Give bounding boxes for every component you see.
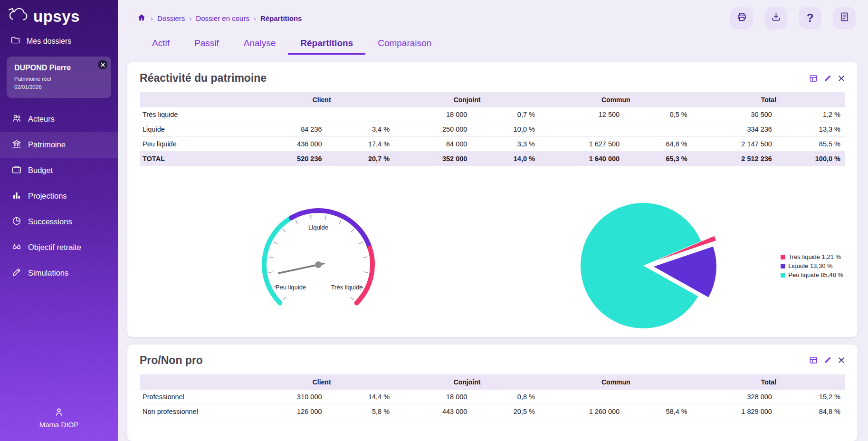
close-icon[interactable]: [838, 75, 845, 82]
download-button[interactable]: [764, 7, 787, 29]
cell: 2 512 236: [692, 152, 777, 166]
sidebar-item-simulations[interactable]: Simulations: [0, 260, 118, 286]
sidebar-item-label: Acteurs: [28, 115, 55, 124]
cell: 310 000: [249, 390, 326, 404]
table-view-icon[interactable]: [809, 356, 818, 364]
legend-swatch: [781, 273, 785, 278]
close-icon[interactable]: [98, 60, 107, 69]
gauge-label-peu-liquide: Peu liquide: [276, 284, 306, 291]
row-label: TOTAL: [140, 152, 249, 166]
folder-icon: [10, 35, 20, 47]
cell: 126 000: [249, 404, 326, 419]
tab-repartitions[interactable]: Répartitions: [288, 32, 365, 55]
breadcrumb-dossiers[interactable]: Dossiers: [157, 14, 185, 22]
document-list-icon: [839, 11, 850, 25]
sidebar-user[interactable]: Mama DIOP: [0, 397, 118, 441]
cell: 20,5 %: [472, 404, 540, 419]
card-title: Réactivité du patrimoine: [140, 72, 267, 85]
print-button[interactable]: [730, 7, 753, 29]
cell: [540, 390, 624, 404]
cell: 58,4 %: [624, 404, 692, 419]
cell: 3,4 %: [327, 122, 395, 137]
cell: 5,8 %: [327, 404, 395, 419]
tab-comparaison[interactable]: Comparaison: [365, 32, 444, 55]
tab-actif[interactable]: Actif: [140, 32, 182, 55]
col-header-client: Client: [249, 92, 394, 107]
row-label: Professionnel: [140, 390, 249, 404]
cell: 15,2 %: [777, 390, 845, 404]
card-pro-non-pro: Pro/Non pro: [127, 345, 858, 441]
cell: 30 500: [692, 107, 777, 122]
breadcrumb-separator: ›: [254, 14, 256, 22]
cell: 436 000: [249, 137, 326, 152]
dossier-name: DUPOND Pierre: [14, 64, 104, 72]
close-icon[interactable]: [838, 356, 845, 364]
cell: 443 000: [394, 404, 472, 419]
sidebar-item-projections[interactable]: Projections: [0, 183, 118, 209]
col-header-total: Total: [692, 374, 845, 390]
tab-passif[interactable]: Passif: [182, 32, 231, 55]
cell: 13,3 %: [777, 122, 845, 137]
home-icon[interactable]: [137, 13, 146, 24]
cell: 1 640 000: [540, 152, 624, 166]
topbar: › Dossiers › Dossier en cours › Répartit…: [118, 0, 868, 31]
liquidity-pie-chart: [573, 194, 725, 339]
breadcrumb: › Dossiers › Dossier en cours › Répartit…: [137, 13, 302, 24]
corner-header: [140, 92, 249, 107]
cell: 0,5 %: [624, 107, 692, 122]
download-icon: [771, 11, 782, 25]
logo: upsys: [0, 0, 118, 30]
main-content: › Dossiers › Dossier en cours › Répartit…: [118, 0, 868, 441]
tab-analyse[interactable]: Analyse: [231, 32, 288, 55]
col-header-commun: Commun: [540, 92, 692, 107]
row-label: Non professionnel: [140, 404, 249, 419]
cell: 64,8 %: [624, 137, 692, 152]
col-header-conjoint: Conjoint: [394, 374, 540, 390]
dossier-date: 02/01/2026: [14, 83, 104, 91]
sidebar-item-label: Simulations: [28, 268, 68, 278]
sidebar-item-mes-dossiers[interactable]: Mes dossiers: [0, 30, 118, 52]
breadcrumb-dossier-en-cours[interactable]: Dossier en cours: [196, 14, 249, 22]
edit-pencil-icon[interactable]: [823, 356, 832, 364]
question-mark-icon: ?: [807, 11, 814, 25]
report-button[interactable]: [833, 7, 856, 29]
sidebar-item-acteurs[interactable]: Acteurs: [0, 106, 118, 132]
gauge-label-tres-liquide: Très liquide: [331, 284, 363, 291]
help-button[interactable]: ?: [799, 7, 821, 29]
sidebar-item-successions[interactable]: Successions: [0, 209, 118, 235]
sidebar-item-budget[interactable]: Budget: [0, 158, 118, 183]
tab-bar: Actif Passif Analyse Répartitions Compar…: [140, 32, 868, 55]
edit-pencil-icon[interactable]: [823, 74, 832, 83]
dossier-card[interactable]: DUPOND Pierre Patrimoine réel 02/01/2026: [7, 57, 111, 98]
cell: 328 000: [692, 390, 777, 404]
card-header: Pro/Non pro: [140, 354, 845, 367]
cell: 0,7 %: [472, 107, 540, 122]
cell: [540, 122, 624, 137]
col-header-commun: Commun: [540, 374, 692, 390]
cell: 2 147 500: [692, 137, 777, 152]
row-label: Très liquide: [140, 107, 249, 122]
cell: 84 000: [394, 137, 472, 152]
cell: 85,5 %: [777, 137, 845, 152]
legend-label: Liquide 13,30 %: [788, 262, 832, 269]
sidebar-item-patrimoine[interactable]: Patrimoine: [0, 132, 118, 158]
person-icon: [54, 407, 64, 419]
sidebar-item-objectif-retraite[interactable]: Objectif retraite: [0, 235, 118, 260]
row-label: Liquide: [140, 122, 249, 137]
cell: 0,8 %: [472, 390, 540, 404]
cell: 250 000: [394, 122, 472, 137]
table-view-icon[interactable]: [809, 74, 818, 83]
gauge-label-liquide: Liquide: [308, 224, 328, 231]
legend-swatch: [781, 264, 785, 268]
table-row: Professionnel 310 000 14,4 % 18 000 0,8 …: [140, 390, 845, 404]
sidebar-item-label: Projections: [28, 192, 67, 201]
bar-chart-icon: [11, 190, 22, 202]
table-row: Non professionnel 126 000 5,8 % 443 000 …: [140, 404, 845, 419]
legend-label: Très liquide 1,21 %: [788, 253, 841, 260]
pie-chart-icon: [11, 216, 22, 228]
cloud-logo-icon: [8, 8, 29, 26]
sidebar-spacer: [0, 286, 118, 397]
table-row: Peu liquide 436 000 17,4 % 84 000 3,3 % …: [140, 137, 845, 152]
liquidity-gauge-chart: Liquide Peu liquide Très liquide: [257, 205, 380, 309]
bank-icon: [11, 139, 22, 151]
